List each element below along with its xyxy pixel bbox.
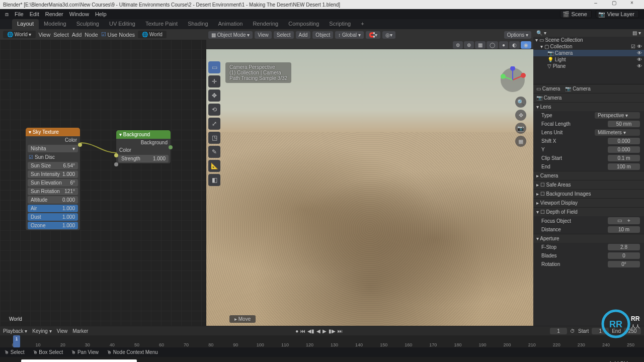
- tool-select[interactable]: ▭: [208, 61, 220, 73]
- mode-select[interactable]: ▦ Object Mode ▾: [208, 31, 253, 39]
- menu-render[interactable]: Render: [43, 11, 65, 17]
- field-sun-elevation[interactable]: Sun Elevation6°: [28, 179, 78, 187]
- world-datablock[interactable]: 🌐 World: [138, 31, 167, 38]
- outliner[interactable]: 🔍 ▾▤ ▾ ▾ ▭ Scene Collection ▾ ▢ Collecti…: [533, 29, 644, 84]
- outliner-collection[interactable]: ▾ ▢ Collection☑ 👁: [533, 43, 644, 50]
- window-close[interactable]: ×: [623, 0, 641, 9]
- shading-solid[interactable]: ●: [499, 41, 508, 49]
- panel-aperture[interactable]: ▾ Aperture: [533, 234, 644, 243]
- lens-unit[interactable]: Millimeters ▾: [595, 129, 640, 136]
- keyframe-prev[interactable]: ◀▮: [307, 328, 314, 334]
- nav-pan[interactable]: ✥: [515, 110, 526, 121]
- app-icon-1[interactable]: 🟨: [195, 359, 213, 362]
- field-sun-rotation[interactable]: Sun Rotation121°: [28, 188, 78, 195]
- menu-help[interactable]: Help: [93, 11, 109, 17]
- panel-dof[interactable]: ▾ ☐ Depth of Field: [533, 207, 644, 216]
- tab-rendering[interactable]: Rendering: [248, 19, 283, 29]
- field-altitude[interactable]: Altitude0.000: [28, 196, 78, 204]
- snap-toggle[interactable]: 🧲▾: [366, 31, 380, 39]
- task-view-icon[interactable]: ▭▭: [138, 359, 156, 362]
- dof-focus-object[interactable]: ▭ ⌖: [608, 217, 640, 224]
- node-editor[interactable]: 🌐 World ▾ View Select Add Node ☑ Use Nod…: [0, 29, 206, 326]
- keyframe-next[interactable]: ▮▶: [329, 328, 336, 334]
- bg-out[interactable]: Background: [116, 139, 171, 146]
- options-dropdown[interactable]: Options ▾: [504, 31, 531, 39]
- panel-lens[interactable]: ▾ Lens: [533, 102, 644, 111]
- autokey[interactable]: ●: [295, 328, 298, 334]
- socket-bg-out[interactable]: [169, 145, 173, 149]
- prop-tab2[interactable]: 📷 Camera: [565, 86, 590, 92]
- node-background[interactable]: ▾ Background Background Color Strength1.…: [116, 130, 171, 164]
- timeline[interactable]: Playback ▾ Keying ▾ View Marker ● ⏮ ◀▮ ◀…: [0, 326, 644, 347]
- sky-out-color[interactable]: Color: [26, 136, 80, 144]
- prop-object-name[interactable]: 📷 Camera: [533, 93, 644, 102]
- timeline-menu-playback[interactable]: Playback ▾: [3, 328, 27, 334]
- sun-disc-toggle[interactable]: ☑ Sun Disc: [26, 153, 58, 161]
- tab-layout[interactable]: Layout: [12, 19, 39, 29]
- tab-modeling[interactable]: Modeling: [39, 19, 71, 29]
- proportional-toggle[interactable]: ◎▾: [382, 31, 395, 39]
- socket-color-out[interactable]: [78, 143, 82, 147]
- node-menu-node[interactable]: Node: [85, 32, 98, 38]
- menu-file[interactable]: File: [13, 11, 26, 17]
- tab-sculpting[interactable]: Sculpting: [71, 19, 104, 29]
- playhead[interactable]: 1: [13, 335, 20, 347]
- dof-distance[interactable]: 10 m: [608, 226, 640, 233]
- field-dust[interactable]: Dust1.000: [28, 213, 78, 221]
- node-menu-add[interactable]: Add: [72, 32, 82, 38]
- shift-x[interactable]: 0.000: [608, 138, 640, 144]
- panel-vpdisplay[interactable]: ▸ Viewport Display: [533, 198, 644, 207]
- panel-safeareas[interactable]: ▸ ☐ Safe Areas: [533, 180, 644, 189]
- tool-addcube[interactable]: ◧: [208, 174, 220, 186]
- vp-menu-object[interactable]: Object: [312, 31, 333, 39]
- socket-strength-in[interactable]: [114, 162, 118, 166]
- prop-tab1[interactable]: ▭ Camera: [536, 86, 560, 92]
- blender-taskbar-icon[interactable]: 🟧: [233, 359, 252, 362]
- vp-menu-view[interactable]: View: [255, 31, 272, 39]
- scene-field[interactable]: 🎬 Scene: [560, 10, 592, 18]
- start-button[interactable]: ⊞: [2, 359, 20, 362]
- shading-rendered[interactable]: ◉: [521, 41, 531, 49]
- viewlayer-field[interactable]: 📷 View Layer: [596, 10, 639, 18]
- operator-hint[interactable]: ▸ Move: [229, 315, 256, 323]
- outliner-camera[interactable]: 📷 Camera👁: [533, 50, 644, 56]
- lens-type[interactable]: Perspective ▾: [595, 112, 640, 119]
- node-bg-title[interactable]: ▾ Background: [116, 130, 171, 139]
- tool-scale[interactable]: ⤢: [208, 118, 220, 130]
- aperture-blades[interactable]: 0: [608, 252, 640, 259]
- gizmo-toggle[interactable]: ⊕: [464, 41, 474, 49]
- focal-length[interactable]: 50 mm: [608, 121, 640, 127]
- menu-window[interactable]: Window: [67, 11, 91, 17]
- field-ozone[interactable]: Ozone1.000: [28, 222, 78, 229]
- jump-end[interactable]: ⏭: [338, 328, 343, 334]
- orientation[interactable]: ↕ Global ▾: [335, 31, 363, 39]
- nav-zoom[interactable]: 🔍: [515, 97, 526, 108]
- field-air[interactable]: Air1.000: [28, 205, 78, 212]
- outliner-light[interactable]: 💡 Light👁: [533, 56, 644, 63]
- taskbar-search[interactable]: 🔍 Type here to search: [21, 359, 137, 362]
- tool-transform[interactable]: ◳: [208, 132, 220, 144]
- clip-end[interactable]: 100 m: [608, 163, 640, 170]
- viewport-3d[interactable]: Camera Perspective (1) Collection | Came…: [206, 49, 533, 326]
- tab-add[interactable]: +: [356, 19, 369, 29]
- tab-scripting[interactable]: Scripting: [324, 19, 356, 29]
- tool-annotate[interactable]: ✎: [208, 146, 220, 158]
- timeline-menu-view[interactable]: View: [57, 328, 68, 334]
- nav-gizmo[interactable]: [499, 66, 526, 94]
- current-frame[interactable]: 1: [550, 328, 567, 334]
- node-sky-title[interactable]: ▾ Sky Texture: [26, 128, 80, 136]
- aperture-fstop[interactable]: 2.8: [608, 244, 640, 250]
- nav-ortho[interactable]: ▦: [515, 136, 526, 147]
- panel-bgimages[interactable]: ▸ ☐ Background Images: [533, 189, 644, 198]
- jump-start[interactable]: ⏮: [300, 328, 305, 334]
- tab-shading[interactable]: Shading: [183, 19, 213, 29]
- clip-start[interactable]: 0.1 m: [608, 155, 640, 161]
- edge-icon[interactable]: 🌐: [176, 359, 194, 362]
- tool-move[interactable]: ✥: [208, 89, 220, 102]
- timeline-menu-keying[interactable]: Keying ▾: [32, 328, 51, 334]
- outliner-plane[interactable]: ▽ Plane👁: [533, 63, 644, 69]
- sky-model-select[interactable]: Nishita▾: [28, 145, 78, 152]
- shift-y[interactable]: 0.000: [608, 146, 640, 153]
- tab-uv[interactable]: UV Editing: [104, 19, 140, 29]
- window-maximize[interactable]: ▢: [605, 0, 623, 9]
